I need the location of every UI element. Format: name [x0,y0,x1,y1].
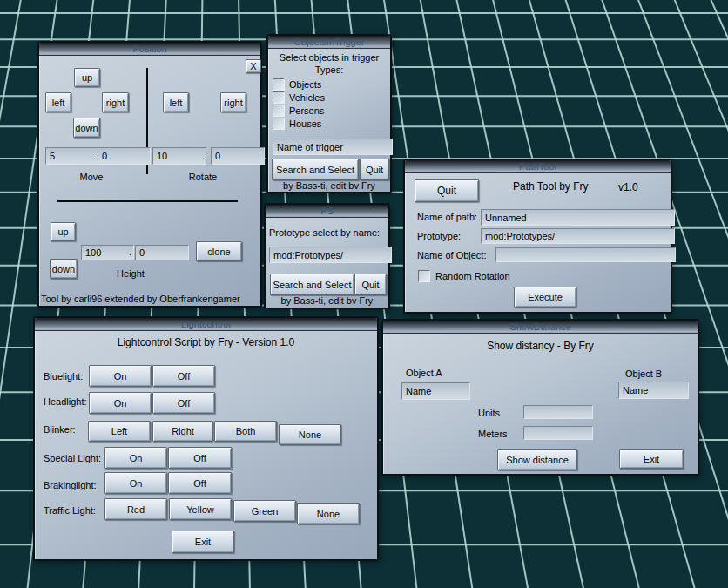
ps-heading: Prototype select by name: [269,227,380,238]
quit-button[interactable]: Quit [354,274,387,295]
traffic-yellow-button[interactable]: Yellow [169,498,232,520]
name-of-object-label: Name of Object: [417,250,486,260]
quit-button[interactable]: Quit [415,179,479,202]
height-frac-field[interactable]: 0 [135,245,189,260]
move-left-button[interactable]: left [45,92,71,112]
rotate-left-button[interactable]: left [163,92,189,112]
prototype-field[interactable]: mod:Prototypes/ [481,228,675,244]
blinker-left-button[interactable]: Left [88,421,151,442]
persons-checkbox-label: Persons [289,105,324,116]
prototype-name-field[interactable]: mod:Prototypes/ [269,247,392,263]
decimal-separator: . [202,151,205,161]
rotate-label: Rotate [177,172,229,182]
move-down-button[interactable]: down [73,118,100,138]
objects-in-trigger-window: ObjectsInTrigger Select objects in trigg… [266,34,392,193]
move-label: Move [65,172,118,182]
decimal-separator: . [93,151,96,161]
object-a-name-field[interactable]: Name [401,382,470,400]
brakinglight-off-button[interactable]: Off [168,472,232,494]
execute-button[interactable]: Execute [514,287,576,308]
trigger-name-field[interactable]: Name of trigger [273,139,393,155]
height-label: Height [109,268,152,279]
name-of-path-label: Name of path: [417,212,477,222]
show-distance-button[interactable]: Show distance [497,449,577,470]
move-up-button[interactable]: up [74,68,100,87]
decimal-separator: . [129,247,131,257]
object-a-label: Object A [406,368,442,378]
showdistance-heading: Show distancy - By Fry [383,340,698,352]
rotate-step-frac-field[interactable]: 0 [211,147,265,165]
special-light-on-button[interactable]: On [104,447,167,469]
traffic-none-button[interactable]: None [297,503,360,524]
headlight-off-button[interactable]: Off [152,392,215,414]
traffic-light-label: Traffic Light: [44,505,96,516]
showdistance-window: ShowDistance Show distancy - By Fry Obje… [381,319,699,476]
object-b-label: Object B [625,368,662,379]
divider [57,200,238,202]
rotate-right-button[interactable]: right [220,92,246,112]
headlight-on-button[interactable]: On [89,392,152,414]
special-light-label: Special Light: [44,453,101,463]
bluelight-label: Bluelight: [44,371,83,382]
path-name-field[interactable]: Unnamed [481,209,675,226]
pathtool-version: v1.0 [618,181,638,193]
persons-checkbox[interactable] [273,105,285,117]
clone-button[interactable]: clone [196,241,242,261]
search-and-select-button[interactable]: Search and Select [270,274,354,295]
trigger-types-label: Types: [268,64,390,75]
vehicles-checkbox[interactable] [273,91,285,104]
lightcontrol-heading: Lightcontrol Script by Fry - Version 1.0 [35,336,377,348]
move-step-frac-field[interactable]: 0 [98,147,151,165]
rotate-step-int-field[interactable]: 10 [152,147,206,165]
special-light-off-button[interactable]: Off [168,447,232,469]
traffic-red-button[interactable]: Red [104,498,167,520]
showdistance-titlebar[interactable]: ShowDistance [383,321,698,334]
move-right-button[interactable]: right [102,92,129,112]
random-rotation-label: Random Rotation [435,271,510,281]
position-titlebar[interactable]: Position [39,43,260,56]
blinker-none-button[interactable]: None [279,424,341,445]
lightcontrol-window: Lightcontrol Lightcontrol Script by Fry … [33,316,379,561]
trigger-footer-credit: by Bass-ti, edit bv Fry [268,180,390,191]
lightcontrol-titlebar[interactable]: Lightcontrol [35,318,377,331]
objects-in-trigger-titlebar[interactable]: ObjectsInTrigger [268,36,390,49]
pathtool-heading: Path Tool by Fry [513,180,588,193]
height-down-button[interactable]: down [50,259,78,279]
ps-titlebar[interactable]: PS [266,205,388,218]
blinker-right-button[interactable]: Right [152,421,213,442]
object-name-field[interactable] [495,247,676,262]
units-label: Units [478,408,500,418]
prototype-select-window: PS Prototype select by name: mod:Prototy… [264,203,390,309]
pathtool-titlebar[interactable]: PathTool [405,160,671,173]
brakinglight-on-button[interactable]: On [104,472,167,494]
quit-button[interactable]: Quit [360,159,389,180]
objects-checkbox-label: Objects [289,79,321,90]
position-footer-credit: Tool by carli96 extended by Oberfrankeng… [41,294,240,304]
brakinglight-label: Brakinglight: [44,480,97,490]
exit-button[interactable]: Exit [172,531,234,553]
object-b-name-field[interactable]: Name [618,382,689,399]
meters-field[interactable] [523,426,593,440]
units-field[interactable] [523,405,593,419]
headlight-label: Headlight: [44,396,87,407]
close-button[interactable]: X [246,59,261,73]
ps-footer-credit: by Bass-ti, edit bv Fry [266,295,388,306]
trigger-heading: Select objects in trigger [268,52,390,63]
height-up-button[interactable]: up [51,222,76,241]
traffic-green-button[interactable]: Green [233,500,296,522]
bluelight-off-button[interactable]: Off [152,365,215,387]
random-rotation-checkbox[interactable] [418,270,430,282]
bluelight-on-button[interactable]: On [89,365,152,387]
objects-checkbox[interactable] [273,78,285,91]
move-step-int-field[interactable]: 5 [45,147,98,165]
exit-button[interactable]: Exit [619,449,684,469]
houses-checkbox[interactable] [273,118,285,130]
meters-label: Meters [478,429,508,439]
position-window: Position X up left right down left right… [37,41,262,308]
height-int-field[interactable]: 100 [81,245,134,260]
search-and-select-button[interactable]: Search and Select [272,159,359,180]
prototype-label: Prototype: [417,231,461,241]
blinker-both-button[interactable]: Both [214,421,277,442]
vehicles-checkbox-label: Vehicles [289,92,325,103]
pathtool-window: PathTool Quit Path Tool by Fry v1.0 Name… [403,159,672,314]
